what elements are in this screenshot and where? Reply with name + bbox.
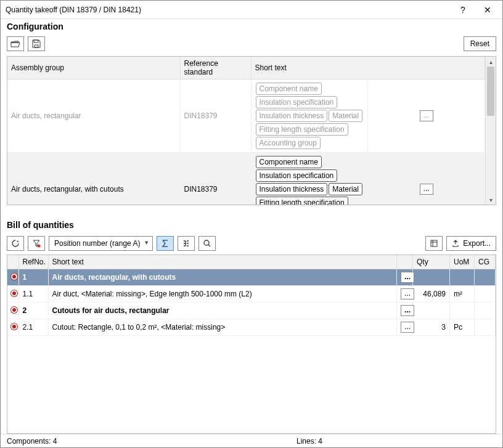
scroll-up-icon[interactable]: ▴ bbox=[486, 57, 496, 67]
ellipsis-button[interactable]: ... bbox=[420, 110, 433, 121]
token[interactable]: Material bbox=[329, 110, 362, 122]
assembly-cell: Air ducts, rectangular bbox=[7, 79, 180, 153]
group-sigma-button[interactable] bbox=[157, 236, 174, 251]
cg-cell bbox=[475, 319, 496, 336]
ellipsis-button[interactable]: ... bbox=[401, 322, 414, 333]
bill-table: RefNo. Short text Qty UoM CG 1Air ducts,… bbox=[7, 255, 496, 434]
short-text-cell: Component nameInsulation specificationIn… bbox=[251, 153, 368, 205]
column-refno[interactable]: RefNo. bbox=[18, 255, 48, 269]
token[interactable]: Insulation specification bbox=[256, 96, 338, 108]
column-uom[interactable]: UoM bbox=[450, 255, 475, 269]
refresh-icon bbox=[11, 239, 20, 248]
tree-button[interactable] bbox=[178, 236, 195, 251]
short-text-cell: Component nameInsulation specificationIn… bbox=[251, 79, 368, 153]
scroll-down-icon[interactable]: ▾ bbox=[486, 195, 496, 205]
column-ellipsis[interactable] bbox=[397, 255, 413, 269]
export-icon bbox=[452, 240, 459, 247]
token[interactable]: Material bbox=[329, 183, 362, 195]
sigma-icon bbox=[161, 239, 170, 248]
save-button[interactable] bbox=[28, 36, 45, 51]
tree-icon bbox=[182, 239, 190, 248]
open-button[interactable] bbox=[7, 36, 24, 51]
column-short-text[interactable]: Short text bbox=[48, 255, 397, 269]
qty-cell bbox=[413, 269, 450, 286]
column-reference-standard[interactable]: Reference standard bbox=[180, 57, 251, 79]
ellipsis-button[interactable]: ... bbox=[401, 272, 414, 283]
export-button[interactable]: Export... bbox=[446, 236, 496, 251]
token[interactable]: Fitting length specification bbox=[256, 123, 348, 136]
bill-heading: Bill of quantities bbox=[1, 218, 502, 234]
config-table: Assembly group Reference standard Short … bbox=[7, 56, 496, 205]
token[interactable]: Insulation thickness bbox=[256, 183, 328, 195]
short-text-cell: Cutout: Rectangle, 0,1 to 0,2 m², <Mater… bbox=[48, 319, 397, 336]
config-scrollbar[interactable]: ▴ ▾ bbox=[485, 57, 496, 205]
close-button[interactable]: ✕ bbox=[475, 1, 500, 18]
error-cell bbox=[7, 303, 18, 319]
export-label: Export... bbox=[463, 239, 491, 248]
qty-cell bbox=[413, 303, 450, 319]
bill-row[interactable]: 2Cutouts for air ducts, rectangular... bbox=[7, 303, 496, 319]
window-title: Quantity takeoff (DIN 18379 / DIN 18421) bbox=[6, 6, 451, 14]
column-error[interactable] bbox=[7, 255, 18, 269]
scrollbar-thumb[interactable] bbox=[487, 67, 494, 116]
column-short-text[interactable]: Short text bbox=[251, 57, 485, 79]
help-button[interactable]: ? bbox=[451, 1, 475, 18]
error-cell bbox=[7, 286, 18, 303]
cg-cell bbox=[475, 269, 496, 286]
statusbar: Components: 4 Lines: 4 bbox=[1, 434, 502, 447]
refno-cell: 2.1 bbox=[18, 319, 48, 336]
token[interactable]: Insulation specification bbox=[256, 169, 338, 182]
row-actions-cell: ... bbox=[397, 269, 413, 286]
combo-label: Position number (range A) bbox=[54, 239, 140, 248]
columns-button[interactable] bbox=[425, 236, 443, 251]
columns-icon bbox=[430, 239, 438, 248]
bill-row[interactable]: 2.1Cutout: Rectangle, 0,1 to 0,2 m², <Ma… bbox=[7, 319, 496, 336]
token[interactable]: Insulation thickness bbox=[256, 110, 328, 122]
token[interactable]: Component name bbox=[256, 156, 322, 168]
svg-point-1 bbox=[204, 240, 209, 245]
bill-toolbar: Position number (range A) Export... bbox=[1, 234, 502, 255]
qty-cell: 3 bbox=[413, 319, 450, 336]
search-button[interactable] bbox=[198, 236, 216, 251]
qty-cell: 46,089 bbox=[413, 286, 450, 303]
position-number-combo[interactable]: Position number (range A) bbox=[49, 236, 153, 251]
short-text-cell: Air ducts, rectangular, with cutouts bbox=[48, 269, 397, 286]
token[interactable]: Fitting length specification bbox=[256, 197, 348, 205]
uom-cell: m² bbox=[450, 286, 475, 303]
reference-cell: DIN18379 bbox=[180, 153, 251, 205]
config-row[interactable]: Air ducts, rectangularDIN18379Component … bbox=[7, 79, 485, 153]
titlebar: Quantity takeoff (DIN 18379 / DIN 18421)… bbox=[1, 1, 502, 19]
token[interactable]: Component name bbox=[256, 83, 322, 95]
uom-cell bbox=[450, 269, 475, 286]
bill-row[interactable]: 1.1Air duct, <Material: missing>, Edge l… bbox=[7, 286, 496, 303]
error-icon bbox=[11, 324, 17, 330]
error-icon bbox=[11, 307, 17, 313]
uom-cell: Pc bbox=[450, 319, 475, 336]
refno-cell: 1.1 bbox=[18, 286, 48, 303]
row-actions-cell: ... bbox=[397, 286, 413, 303]
filter-icon bbox=[32, 239, 41, 248]
filter-button[interactable] bbox=[28, 236, 45, 251]
error-cell bbox=[7, 319, 18, 336]
column-qty[interactable]: Qty bbox=[413, 255, 450, 269]
svg-point-0 bbox=[38, 245, 41, 248]
column-assembly-group[interactable]: Assembly group bbox=[7, 57, 180, 79]
refresh-button[interactable] bbox=[7, 236, 24, 251]
row-actions-cell: ... bbox=[397, 303, 413, 319]
ellipsis-button[interactable]: ... bbox=[401, 288, 414, 299]
error-icon bbox=[11, 290, 17, 296]
token[interactable]: Accounting group bbox=[256, 137, 321, 149]
column-cg[interactable]: CG bbox=[475, 255, 496, 269]
reset-button[interactable]: Reset bbox=[464, 36, 496, 51]
row-actions-cell: ... bbox=[397, 319, 413, 336]
ellipsis-button[interactable]: ... bbox=[420, 184, 433, 195]
row-actions-cell: ... bbox=[368, 79, 485, 153]
config-row[interactable]: Air ducts, rectangular, with cutoutsDIN1… bbox=[7, 153, 485, 205]
configuration-heading: Configuration bbox=[1, 19, 502, 35]
refno-cell: 2 bbox=[18, 303, 48, 319]
ellipsis-button[interactable]: ... bbox=[401, 305, 414, 316]
status-components: Components: 4 bbox=[7, 437, 272, 446]
bill-row[interactable]: 1Air ducts, rectangular, with cutouts... bbox=[7, 269, 496, 286]
status-lines: Lines: 4 bbox=[296, 437, 322, 446]
folder-open-icon bbox=[10, 39, 20, 48]
